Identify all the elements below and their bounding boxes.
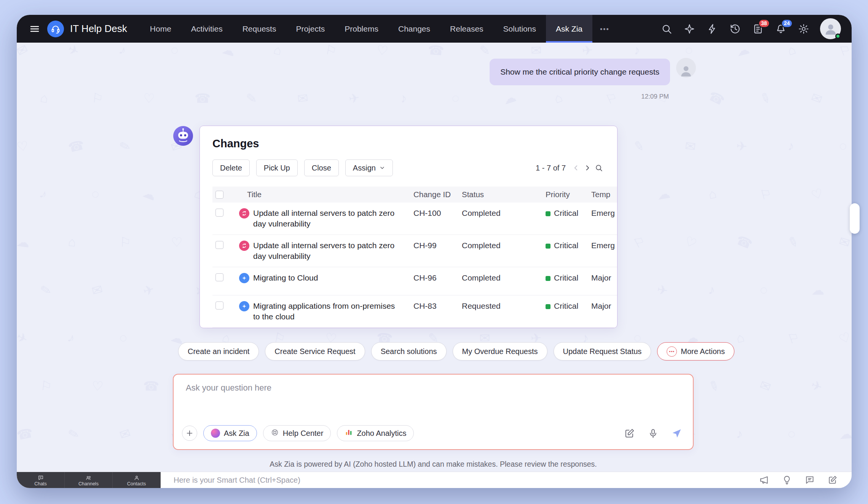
table-row[interactable]: Update all internal servers to patch zer…	[212, 203, 617, 235]
column-status[interactable]: Status	[462, 190, 546, 199]
contacts-icon	[134, 475, 140, 481]
pattern-glyph: ☁	[811, 282, 824, 298]
feedback-chat-icon[interactable]	[804, 475, 815, 485]
nav-item-changes[interactable]: Changes	[388, 15, 440, 43]
send-icon[interactable]	[670, 427, 683, 440]
top-nav: IT Help Desk Home Activities Requests Pr…	[17, 15, 852, 43]
pattern-glyph: ✈	[809, 377, 824, 395]
delete-button[interactable]: Delete	[212, 159, 250, 176]
pattern-glyph: ✉	[530, 43, 542, 58]
nav-item-problems[interactable]: Problems	[335, 15, 388, 43]
table-row[interactable]: Update all internal servers to patch zer…	[212, 235, 617, 267]
column-change-id[interactable]: Change ID	[413, 190, 462, 199]
pattern-glyph: ♪	[788, 139, 795, 153]
assign-button[interactable]: Assign	[345, 159, 393, 176]
chat-area: ✉✈♪◌☁⌂⚐♡☎✎✉✈♪◌☁⌂⚐♡⌂⚐♡☎✎✉✈♪◌☁⌂⚐♡☎✎✉✈♪♡☎✎✉…	[17, 43, 852, 472]
question-input[interactable]	[186, 383, 681, 413]
quick-action-create-service-request[interactable]: Create Service Request	[265, 342, 365, 360]
hamburger-menu-icon[interactable]	[27, 22, 42, 36]
change-id: CH-83	[413, 295, 462, 311]
pickup-button[interactable]: Pick Up	[256, 159, 298, 176]
pattern-glyph: ☎	[706, 88, 727, 109]
history-icon[interactable]	[729, 22, 742, 35]
row-checkbox[interactable]	[215, 209, 223, 217]
quick-action-create-incident[interactable]: Create an incident	[178, 342, 259, 360]
pattern-glyph: ◌	[117, 330, 129, 346]
scrollbar-thumb[interactable]	[850, 203, 860, 234]
approvals-icon[interactable]: 38	[752, 22, 764, 35]
quick-action-more-actions[interactable]: More Actions	[657, 342, 734, 360]
change-title[interactable]: Migrating to Cloud	[253, 273, 318, 283]
select-all-checkbox[interactable]	[215, 191, 223, 199]
more-actions-label: More Actions	[681, 347, 725, 356]
tips-bulb-icon[interactable]	[782, 475, 792, 485]
user-avatar[interactable]	[820, 18, 841, 39]
smart-chat-input[interactable]	[161, 472, 759, 488]
table-search-icon[interactable]	[593, 162, 605, 174]
mic-icon[interactable]	[646, 427, 659, 440]
pattern-glyph: ⚐	[785, 329, 801, 347]
sparkle-icon[interactable]	[683, 22, 696, 35]
nav-item-projects[interactable]: Projects	[286, 15, 335, 43]
change-template: Emerg	[591, 203, 617, 218]
app-title: IT Help Desk	[70, 23, 127, 35]
pattern-glyph: ♪	[399, 90, 408, 106]
pattern-glyph: ⚐	[758, 185, 773, 203]
smart-chat-utilities	[759, 472, 852, 488]
change-title[interactable]: Update all internal servers to patch zer…	[253, 240, 402, 262]
quick-action-my-overdue-requests[interactable]: My Overdue Requests	[453, 342, 547, 360]
attach-plus-icon[interactable]	[182, 426, 197, 441]
zoho-analytics-label: Zoho Analytics	[357, 429, 406, 438]
settings-gear-icon[interactable]	[797, 22, 810, 35]
prev-page-icon[interactable]	[570, 162, 582, 174]
announcements-icon[interactable]	[759, 475, 769, 485]
pattern-glyph: ☎	[67, 137, 86, 156]
compose-icon[interactable]	[623, 427, 636, 440]
quick-action-update-request-status[interactable]: Update Request Status	[554, 342, 651, 360]
channels-label: Channels	[78, 481, 99, 486]
zoho-analytics-chip[interactable]: Zoho Analytics	[337, 425, 414, 441]
chevron-down-icon	[379, 165, 385, 171]
column-template[interactable]: Temp	[591, 190, 617, 199]
nav-item-activities[interactable]: Activities	[181, 15, 233, 43]
row-checkbox[interactable]	[215, 301, 223, 309]
pattern-glyph: ☎	[195, 91, 211, 106]
nav-item-ask-zia[interactable]: Ask Zia	[546, 15, 592, 43]
table-row[interactable]: Migrating to Cloud CH-96 Completed Criti…	[212, 267, 617, 295]
online-status-dot	[835, 33, 841, 39]
quick-actions-bolt-icon[interactable]	[706, 22, 719, 35]
ask-zia-chip[interactable]: Ask Zia	[203, 425, 257, 441]
pattern-glyph: ⌂	[707, 186, 718, 202]
smart-chat-tab-channels[interactable]: Channels	[65, 472, 113, 488]
smart-chat-tab-chats[interactable]: Chats	[17, 472, 65, 488]
change-title[interactable]: Migrating applications from on-premises …	[253, 301, 402, 322]
table-row[interactable]: Migrating applications from on-premises …	[212, 295, 617, 328]
nav-item-releases[interactable]: Releases	[440, 15, 493, 43]
nav-item-requests[interactable]: Requests	[233, 15, 286, 43]
pattern-glyph: ◌	[760, 282, 768, 297]
nav-item-solutions[interactable]: Solutions	[493, 15, 546, 43]
column-title[interactable]: Title	[235, 190, 413, 199]
search-icon[interactable]	[660, 22, 673, 35]
smart-chat-tab-contacts[interactable]: Contacts	[113, 472, 161, 488]
row-checkbox[interactable]	[215, 241, 223, 249]
nav-overflow-button[interactable]	[592, 15, 617, 43]
pattern-glyph: ✎	[706, 377, 722, 395]
quick-action-search-solutions[interactable]: Search solutions	[371, 342, 447, 360]
column-priority[interactable]: Priority	[546, 190, 591, 199]
primary-nav: Home Activities Requests Projects Proble…	[140, 15, 617, 43]
pagination-label: 1 - 7 of 7	[536, 164, 566, 172]
nav-item-home[interactable]: Home	[140, 15, 181, 43]
change-status: Requested	[462, 295, 546, 311]
close-button[interactable]: Close	[304, 159, 339, 176]
notifications-bell-icon[interactable]: 24	[774, 22, 787, 35]
pattern-glyph: ☁	[17, 234, 31, 250]
row-checkbox[interactable]	[215, 273, 223, 281]
change-title[interactable]: Update all internal servers to patch zer…	[253, 208, 402, 229]
pattern-glyph: ◌	[839, 139, 847, 154]
new-chat-compose-icon[interactable]	[827, 475, 838, 485]
cloud-change-icon	[239, 273, 249, 283]
help-center-chip[interactable]: Help Center	[263, 425, 331, 441]
next-page-icon[interactable]	[582, 162, 593, 174]
pattern-glyph: ✉	[90, 281, 104, 299]
